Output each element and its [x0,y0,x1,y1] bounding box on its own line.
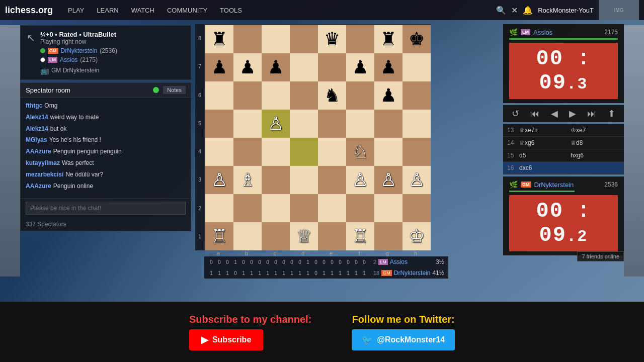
search-icon[interactable]: 🔍 [496,6,506,15]
chat-message: fthtgcOmg [26,102,186,110]
logo[interactable]: lichess.org [5,5,53,16]
board-cell[interactable]: ♙ [205,166,233,194]
board-cell[interactable] [233,138,262,166]
next-move-btn[interactable]: ▶ [569,108,576,119]
board-cell[interactable] [318,194,346,222]
bell-icon[interactable]: 🔔 [523,6,533,15]
board-cell[interactable] [233,110,262,138]
move-row[interactable]: 15d5hxg6 [503,149,624,162]
nav-community[interactable]: COMMUNITY [162,5,212,16]
board-cell[interactable] [233,81,262,110]
nav-play[interactable]: PLAY [63,5,89,16]
board-cell[interactable]: ♙ [346,166,374,194]
board-cell[interactable]: ♜ [374,25,403,53]
board-cell[interactable] [290,25,318,53]
board-cell[interactable]: ♕ [290,222,318,250]
timer-bottom-name[interactable]: DrNykterstein [534,181,574,189]
board-cell[interactable]: ♖ [205,222,233,250]
board-cell[interactable]: ♞ [318,81,346,110]
board-cell[interactable] [318,138,346,166]
last-move-btn[interactable]: ⏭ [587,109,596,119]
board-cell[interactable] [290,110,318,138]
board-cell[interactable]: ♙ [374,166,403,194]
board-cell[interactable] [318,110,346,138]
username[interactable]: RockMonster-YouT [538,7,594,14]
first-move-btn[interactable]: ⏮ [530,109,539,119]
board-cell[interactable] [262,25,290,53]
board-cell[interactable] [262,81,290,110]
player1-name[interactable]: DrNykterstein [61,47,98,54]
board-cell[interactable] [290,138,318,166]
board-cell[interactable]: ♟ [233,53,262,81]
board-cell[interactable]: ♗ [233,166,262,194]
board-cell[interactable] [346,110,374,138]
player2-name[interactable]: Assios [60,56,77,63]
chess-piece: ♔ [409,227,425,245]
board-cell[interactable] [205,138,233,166]
chat-input[interactable] [26,202,186,215]
board-cell[interactable]: ♟ [205,53,233,81]
board-cell[interactable] [346,25,374,53]
board-cell[interactable] [403,110,431,138]
board-cell[interactable] [318,222,346,250]
board-cell[interactable] [346,81,374,110]
bottom-bar: Subscribe to my channel: ▶ Subscribe Fol… [0,302,644,362]
timer-top-progress [509,38,618,40]
prev-move-btn[interactable]: ◀ [551,108,558,119]
board-cell[interactable] [290,166,318,194]
board-cell[interactable]: ♟ [346,53,374,81]
notes-button[interactable]: Notes [163,86,186,94]
timer-bottom-leaf-icon: 🌿 [509,180,518,189]
board-cell[interactable] [403,194,431,222]
board-cell[interactable] [318,53,346,81]
board-cell[interactable] [374,222,403,250]
analysis-btn[interactable]: ⬆ [608,108,615,119]
board-cell[interactable] [290,53,318,81]
board-cell[interactable] [374,194,403,222]
board-cell[interactable] [205,194,233,222]
nav-tools[interactable]: TOOLS [215,5,247,16]
board-cell[interactable] [403,81,431,110]
flip-board-btn[interactable]: ↺ [512,108,519,119]
board-cell[interactable]: ♔ [403,222,431,250]
tv-label: GM DrNykterstein [51,67,99,74]
subscribe-button[interactable]: ▶ Subscribe [189,329,263,350]
timer-top-name[interactable]: Assios [533,29,552,36]
board-cell[interactable] [262,222,290,250]
board-cell[interactable]: ♘ [346,138,374,166]
board-cell[interactable] [346,194,374,222]
board-cell[interactable] [262,194,290,222]
nav-learn[interactable]: LEARN [92,5,123,16]
board-cell[interactable] [233,194,262,222]
board-cell[interactable]: ♙ [262,110,290,138]
board-cell[interactable] [262,138,290,166]
board-cell[interactable] [205,81,233,110]
board-cell[interactable]: ♟ [374,81,403,110]
board-cell[interactable]: ♜ [205,25,233,53]
board-cell[interactable] [233,222,262,250]
avatar[interactable]: IMG [599,0,639,20]
board-cell[interactable]: ♟ [374,53,403,81]
nav-watch[interactable]: WATCH [126,5,159,16]
board-cell[interactable] [374,138,403,166]
board-cell[interactable] [262,166,290,194]
board-cell[interactable]: ♚ [403,25,431,53]
board-cell[interactable]: ♖ [346,222,374,250]
board-cell[interactable]: ♙ [403,166,431,194]
close-icon[interactable]: ✕ [511,6,518,15]
move-row[interactable]: 14♕xg6♕d8 [503,137,624,149]
move-row[interactable]: 16dxc6 [503,162,624,174]
board-cell[interactable] [233,25,262,53]
board-cell[interactable] [403,138,431,166]
board-cell[interactable] [290,194,318,222]
board-cell[interactable]: ♟ [262,53,290,81]
board-cell[interactable]: ♛ [318,25,346,53]
move-row[interactable]: 13♕xe7+♔xe7 [503,124,624,137]
board-cell[interactable] [318,166,346,194]
board-cell[interactable] [290,81,318,110]
board-cell[interactable] [205,110,233,138]
twitter-button[interactable]: 🐦 @RockMonster14 [352,329,455,350]
subscribe-section: Subscribe to my channel: ▶ Subscribe [189,314,311,350]
board-cell[interactable] [403,53,431,81]
board-cell[interactable] [374,110,403,138]
